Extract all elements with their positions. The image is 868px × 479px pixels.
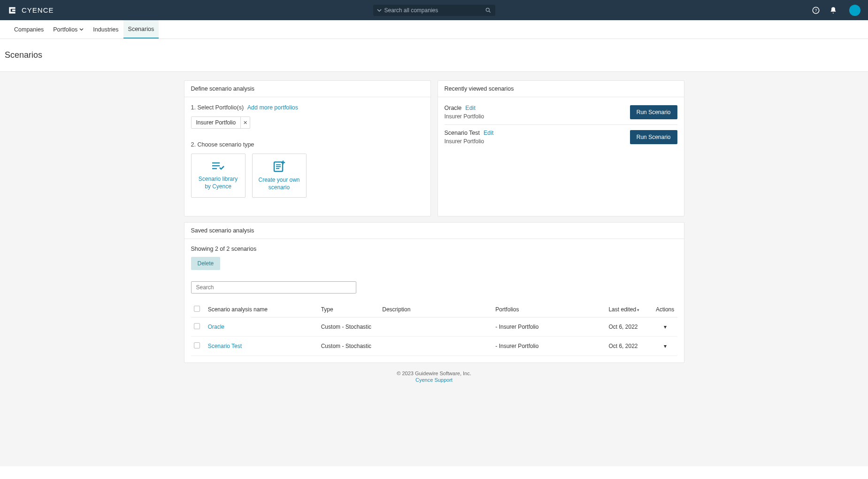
saved-card: Saved scenario analysis Showing 2 of 2 s… <box>184 222 684 363</box>
run-scenario-button[interactable]: Run Scenario <box>630 105 677 119</box>
close-icon[interactable]: ✕ <box>240 117 250 128</box>
bell-icon[interactable] <box>830 7 837 14</box>
define-card-header: Define scenario analysis <box>184 81 430 97</box>
page-title: Scenarios <box>5 50 863 60</box>
recent-card: Recently viewed scenarios Oracle Edit In… <box>438 80 684 216</box>
recent-card-header: Recently viewed scenarios <box>438 81 684 97</box>
row-last-edited: Oct 6, 2022 <box>606 317 653 337</box>
edit-link[interactable]: Edit <box>484 130 494 136</box>
table-row: Oracle Custom - Stochastic - Insurer Por… <box>191 317 677 337</box>
saved-search-input[interactable] <box>191 281 356 294</box>
svg-rect-0 <box>12 9 15 11</box>
nav-industries[interactable]: Industries <box>88 20 123 39</box>
row-type: Custom - Stochastic <box>318 317 380 337</box>
list-check-icon <box>211 161 225 171</box>
col-description[interactable]: Description <box>379 302 492 317</box>
brand-name: CYENCE <box>22 6 54 14</box>
svg-line-2 <box>489 11 490 12</box>
col-last-edited[interactable]: Last edited▾ <box>606 302 653 317</box>
search-input[interactable] <box>384 7 485 14</box>
saved-count: Showing 2 of 2 scenarios <box>191 246 677 252</box>
col-actions: Actions <box>653 302 677 317</box>
row-last-edited: Oct 6, 2022 <box>606 337 653 356</box>
search-icon[interactable] <box>485 7 492 14</box>
main-content: Define scenario analysis 1. Select Portf… <box>0 72 868 466</box>
main-nav: Companies Portfolios Industries Scenario… <box>0 20 868 39</box>
row-description <box>379 337 492 356</box>
global-search[interactable] <box>373 5 495 16</box>
row-actions-menu[interactable]: ▾ <box>653 317 677 337</box>
sort-desc-icon: ▾ <box>637 308 639 312</box>
define-card: Define scenario analysis 1. Select Portf… <box>184 80 431 216</box>
brand[interactable]: CYENCE <box>8 6 54 15</box>
help-icon[interactable]: ? <box>812 6 820 15</box>
saved-card-header: Saved scenario analysis <box>184 223 684 239</box>
support-link[interactable]: Cyence Support <box>0 377 868 383</box>
edit-link[interactable]: Edit <box>465 105 476 111</box>
tile-library-label: Scenario library by Cyence <box>196 175 240 190</box>
recent-portfolio: Insurer Portfolio <box>445 113 484 120</box>
header-actions: ? <box>812 5 860 16</box>
chevron-down-icon <box>79 27 84 31</box>
recent-item: Oracle Edit Insurer Portfolio Run Scenar… <box>445 100 677 125</box>
row-portfolios: - Insurer Portfolio <box>492 337 606 356</box>
logo-icon <box>8 6 17 15</box>
page-title-bar: Scenarios <box>0 39 868 72</box>
row-portfolios: - Insurer Portfolio <box>492 317 606 337</box>
recent-name: Oracle <box>445 105 462 111</box>
select-all-checkbox[interactable] <box>194 306 200 312</box>
tile-create[interactable]: Create your own scenario <box>252 154 307 198</box>
recent-name: Scenario Test <box>445 130 480 136</box>
run-scenario-button[interactable]: Run Scenario <box>630 130 677 144</box>
saved-table: Scenario analysis name Type Description … <box>191 302 677 356</box>
recent-portfolio: Insurer Portfolio <box>445 138 494 145</box>
table-row: Scenario Test Custom - Stochastic - Insu… <box>191 337 677 356</box>
delete-button[interactable]: Delete <box>191 257 221 270</box>
step1-label: 1. Select Portfolio(s) <box>191 104 244 111</box>
chip-label: Insurer Portfolio <box>192 119 241 126</box>
note-plus-icon <box>273 160 286 172</box>
row-description <box>379 317 492 337</box>
col-name[interactable]: Scenario analysis name <box>205 302 318 317</box>
tile-library[interactable]: Scenario library by Cyence <box>191 154 246 198</box>
avatar[interactable] <box>849 5 860 16</box>
nav-portfolios[interactable]: Portfolios <box>48 20 88 39</box>
svg-point-1 <box>486 8 489 11</box>
chevron-down-icon[interactable] <box>377 8 382 13</box>
step2-label: 2. Choose scenario type <box>191 141 254 148</box>
portfolio-chip: Insurer Portfolio ✕ <box>191 116 251 129</box>
copyright: © 2023 Guidewire Software, Inc. <box>0 371 868 376</box>
nav-scenarios[interactable]: Scenarios <box>123 20 159 39</box>
scenario-name-link[interactable]: Oracle <box>208 324 224 330</box>
col-type[interactable]: Type <box>318 302 380 317</box>
svg-text:?: ? <box>814 8 817 13</box>
row-checkbox[interactable] <box>194 323 200 329</box>
col-portfolios[interactable]: Portfolios <box>492 302 606 317</box>
row-actions-menu[interactable]: ▾ <box>653 337 677 356</box>
footer: © 2023 Guidewire Software, Inc. Cyence S… <box>0 363 868 390</box>
add-more-portfolios-link[interactable]: Add more portfolios <box>247 104 298 111</box>
tile-create-label: Create your own scenario <box>257 176 301 191</box>
row-checkbox[interactable] <box>194 342 200 348</box>
scenario-name-link[interactable]: Scenario Test <box>208 343 242 349</box>
recent-item: Scenario Test Edit Insurer Portfolio Run… <box>445 125 677 149</box>
nav-companies[interactable]: Companies <box>9 20 48 39</box>
row-type: Custom - Stochastic <box>318 337 380 356</box>
app-header: CYENCE ? <box>0 0 868 20</box>
